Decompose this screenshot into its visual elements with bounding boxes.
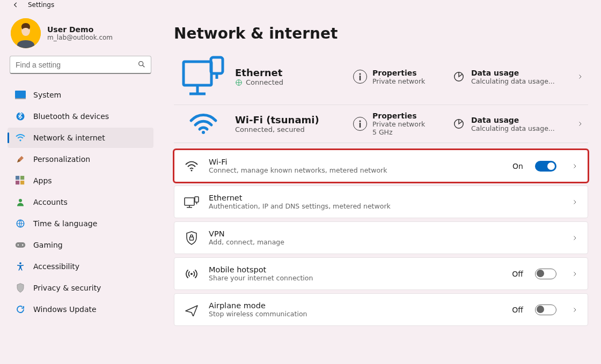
sidebar-item-label: Bluetooth & devices xyxy=(33,112,109,121)
chevron-right-icon[interactable] xyxy=(572,73,588,80)
sidebar-item-label: Network & internet xyxy=(33,133,105,142)
sidebar-item-personalization[interactable]: Personalization xyxy=(8,149,153,169)
sidebar-item-label: Accounts xyxy=(33,198,68,206)
sidebar-item-accounts[interactable]: Accounts xyxy=(8,192,153,212)
sidebar-item-windows-update[interactable]: Windows Update xyxy=(8,299,153,320)
card-title: Wi-Fi xyxy=(209,158,503,166)
paintbrush-icon xyxy=(15,154,26,165)
hotspot-icon xyxy=(184,266,199,281)
sidebar-item-time-language[interactable]: Time & language xyxy=(8,213,153,234)
avatar xyxy=(11,18,41,48)
chevron-right-icon xyxy=(571,307,578,313)
ethernet-monitor-icon xyxy=(174,55,233,98)
sidebar-item-label: Personalization xyxy=(33,155,90,164)
sidebar-item-network[interactable]: Network & internet xyxy=(8,128,153,148)
svg-point-1 xyxy=(139,62,143,66)
person-icon xyxy=(15,197,26,207)
svg-rect-27 xyxy=(185,198,194,205)
svg-point-15 xyxy=(19,262,21,264)
svg-rect-28 xyxy=(195,197,199,202)
back-button[interactable] xyxy=(11,0,20,10)
chevron-right-icon xyxy=(571,235,578,241)
sidebar-item-label: Privacy & security xyxy=(33,284,101,292)
system-icon xyxy=(15,90,26,100)
connection-status: Connected xyxy=(246,78,283,86)
sidebar-item-label: System xyxy=(33,91,61,99)
sidebar-item-privacy[interactable]: Privacy & security xyxy=(8,278,153,298)
sidebar-item-gaming[interactable]: Gaming xyxy=(8,235,153,255)
wifi-signal-icon xyxy=(174,113,233,135)
accessibility-icon xyxy=(15,261,26,272)
properties-link[interactable]: Properties Private network 5 GHz xyxy=(353,112,460,136)
shield-lock-icon xyxy=(184,231,199,246)
svg-rect-6 xyxy=(16,176,19,180)
svg-point-10 xyxy=(19,199,22,202)
sidebar-item-apps[interactable]: Apps xyxy=(8,170,153,191)
hotspot-toggle[interactable] xyxy=(535,269,556,279)
wifi-icon xyxy=(184,159,199,174)
svg-point-14 xyxy=(22,244,24,246)
info-icon xyxy=(353,70,367,84)
connection-status: Connected, secured xyxy=(235,125,305,133)
card-vpn[interactable]: VPN Add, connect, manage xyxy=(174,221,588,254)
card-title: Airplane mode xyxy=(209,301,502,310)
sidebar-item-accessibility[interactable]: Accessibility xyxy=(8,256,153,277)
svg-point-19 xyxy=(359,73,361,75)
card-sub: Add, connect, manage xyxy=(209,238,562,246)
connection-name: Wi-Fi (tsunami) xyxy=(235,114,351,125)
sidebar-item-label: Gaming xyxy=(33,241,63,249)
svg-rect-8 xyxy=(16,181,19,184)
user-name: User Demo xyxy=(47,25,113,34)
toggle-state: Off xyxy=(512,306,523,314)
card-ethernet[interactable]: Ethernet Authentication, IP and DNS sett… xyxy=(174,185,588,218)
svg-point-26 xyxy=(191,169,193,171)
svg-rect-3 xyxy=(15,98,26,99)
shield-icon xyxy=(15,283,26,293)
chevron-right-icon xyxy=(571,271,578,277)
svg-rect-12 xyxy=(16,242,25,248)
apps-icon xyxy=(15,175,26,186)
gamepad-icon xyxy=(15,240,26,250)
connection-ethernet: Ethernet Connected Properties Private ne… xyxy=(174,49,588,105)
sidebar-item-system[interactable]: System xyxy=(8,85,153,105)
data-usage-link[interactable]: Data usage Calculating data usage... xyxy=(452,116,570,132)
airplane-toggle[interactable] xyxy=(535,304,556,315)
airplane-icon xyxy=(184,302,199,317)
card-mobile-hotspot[interactable]: Mobile hotspot Share your internet conne… xyxy=(174,257,588,290)
svg-point-22 xyxy=(202,131,205,134)
connection-name: Ethernet xyxy=(235,67,351,78)
card-sub: Authentication, IP and DNS settings, met… xyxy=(209,202,562,210)
user-account-block[interactable]: User Demo m_lab@outlook.com xyxy=(8,14,153,56)
card-title: Mobile hotspot xyxy=(209,265,502,274)
sidebar-item-label: Accessibility xyxy=(33,262,79,271)
bluetooth-icon xyxy=(15,111,26,122)
sidebar-item-label: Time & language xyxy=(33,219,97,228)
pie-chart-icon xyxy=(452,117,466,131)
sidebar-item-bluetooth[interactable]: Bluetooth & devices xyxy=(8,106,153,127)
chevron-right-icon[interactable] xyxy=(572,121,588,127)
svg-point-5 xyxy=(19,139,21,141)
ethernet-icon xyxy=(184,195,199,210)
pie-chart-icon xyxy=(452,70,466,84)
window-title: Settings xyxy=(28,1,54,9)
card-airplane-mode[interactable]: Airplane mode Stop wireless communicatio… xyxy=(174,293,588,326)
update-icon xyxy=(15,304,26,315)
connection-wifi: Wi-Fi (tsunami) Connected, secured Prope… xyxy=(174,105,588,143)
user-email: m_lab@outlook.com xyxy=(47,34,113,41)
toggle-state: On xyxy=(512,162,523,170)
search-input[interactable] xyxy=(10,56,151,74)
sidebar-item-label: Windows Update xyxy=(33,305,97,314)
svg-point-13 xyxy=(18,244,19,246)
wifi-toggle[interactable] xyxy=(535,161,556,172)
globe-clock-icon xyxy=(15,218,26,229)
svg-rect-9 xyxy=(20,181,24,184)
globe-icon xyxy=(235,79,243,86)
properties-link[interactable]: Properties Private network xyxy=(353,69,460,85)
search-icon xyxy=(137,60,146,69)
card-title: Ethernet xyxy=(209,194,562,202)
data-usage-link[interactable]: Data usage Calculating data usage... xyxy=(452,69,570,85)
wifi-icon xyxy=(15,132,26,143)
svg-point-30 xyxy=(190,273,193,275)
card-wifi[interactable]: Wi-Fi Connect, manage known networks, me… xyxy=(174,150,588,182)
sidebar-item-label: Apps xyxy=(33,176,52,185)
